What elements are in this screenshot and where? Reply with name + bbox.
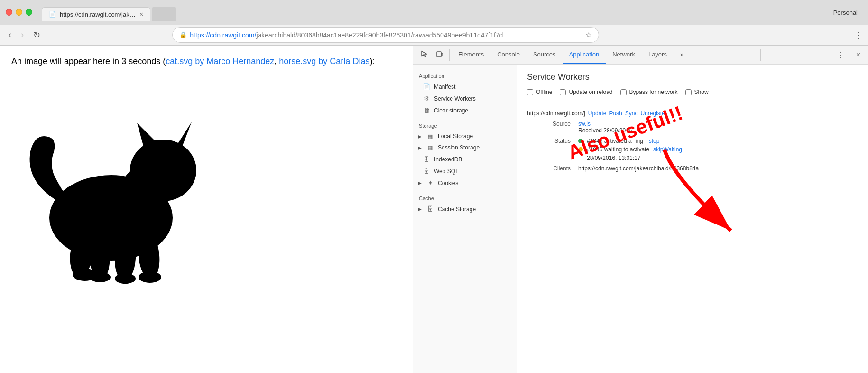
update-on-reload-label: Update on reload [569,89,612,95]
tab-elements[interactable]: Elements [452,46,490,64]
title-bar: 📄 https://cdn.rawgit.com/jakearc × Perso… [0,0,868,25]
show-option[interactable]: Show [685,89,709,95]
sidebar-item-session-storage[interactable]: ▶ ▦ Session Storage [413,142,517,153]
svg-marker-2 [137,123,158,149]
tab-more[interactable]: » [674,46,690,64]
main-content: An image will appear here in 3 seconds (… [0,46,868,373]
status-text-2: #1846 waiting to activate [587,146,649,153]
tab-network[interactable]: Network [606,46,642,64]
menu-icon[interactable]: ⋮ [854,30,862,40]
url-bar[interactable]: 🔒 https://cdn.rawgit.com/jakearchibald/8… [172,27,599,43]
forward-button[interactable]: › [18,28,27,42]
devtools-main: Service Workers Offline Update on reload [517,65,868,373]
clients-value: https://cdn.rawgit.com/jakearchibald/803… [578,165,859,172]
show-checkbox[interactable] [685,89,692,95]
devtools-toolbar: Elements Console Sources Application Net… [413,46,868,65]
bypass-network-option[interactable]: Bypass for network [620,89,678,95]
skip-waiting-link[interactable]: skipWaiting [653,146,682,153]
sw-unregister-link[interactable]: Unregister [640,110,666,117]
sw-status-row-container: Status #1845 activated a ing stop [527,138,859,161]
received-date: Received 28/09/2016, [578,127,634,134]
show-label: Show [694,89,709,95]
close-button[interactable] [6,9,12,16]
local-storage-icon: ▦ [426,133,434,140]
sw-js-link[interactable]: sw.js [578,121,591,127]
minimize-button[interactable] [16,9,22,16]
sidebar-item-sw-label: Service Workers [434,95,476,102]
back-button[interactable]: ‹ [6,28,14,42]
offline-option[interactable]: Offline [527,89,552,95]
sidebar-item-cache-storage[interactable]: ▶ 🗄 Cache Storage [413,203,517,215]
profile-label: Personal [833,9,862,16]
tab-layers[interactable]: Layers [642,46,674,64]
page-content: An image will appear here in 3 seconds (… [0,46,413,373]
devtools-close-button[interactable]: × [852,48,864,62]
indexed-db-icon: 🗄 [423,156,430,163]
svg-point-12 [90,272,111,282]
traffic-lights [6,9,32,16]
tab-bar: 📄 https://cdn.rawgit.com/jakearc × [36,4,830,21]
element-picker-button[interactable] [417,47,432,63]
expand-arrow-cache: ▶ [418,206,422,212]
clear-storage-icon: 🗑 [423,107,430,114]
svg-point-9 [139,271,161,283]
url-path: jakearchibald/80368b84ac1ae8e229fc90b3fe… [256,31,508,39]
sidebar-item-web-sql[interactable]: 🗄 Web SQL [413,165,517,177]
sidebar-item-manifest[interactable]: 📄 Manifest [413,81,517,93]
horse-svg-link[interactable]: horse.svg by Carla Dias [279,56,369,66]
bookmark-icon[interactable]: ☆ [585,30,592,39]
sidebar-item-cookies[interactable]: ▶ ✦ Cookies [413,177,517,189]
status-text-1: #1845 activated a [587,138,632,144]
sidebar-item-service-workers[interactable]: ⚙ Service Workers [413,93,517,104]
browser-tab[interactable]: 📄 https://cdn.rawgit.com/jakearc × [42,7,150,21]
maximize-button[interactable] [26,9,32,16]
offline-checkbox[interactable] [527,89,533,95]
sw-origin-url: https://cdn.rawgit.com/j [527,110,585,117]
session-storage-icon: ▦ [426,145,434,151]
tab-application[interactable]: Application [563,46,606,64]
sidebar-item-local-storage[interactable]: ▶ ▦ Local Storage [413,131,517,142]
sidebar-item-clear-label: Clear storage [434,107,468,114]
bypass-network-label: Bypass for network [629,89,678,95]
lock-icon: 🔒 [179,31,187,38]
sidebar-item-indexed-db[interactable]: 🗄 IndexedDB [413,153,517,165]
toolbar-separator-2 [760,49,761,61]
devtools-body: Application 📄 Manifest ⚙ Service Workers… [413,65,868,373]
status-row-1: #1845 activated a ing stop [578,138,859,144]
url-host: https://cdn.rawgit.com/ [190,31,256,39]
update-on-reload-option[interactable]: Update on reload [560,89,612,95]
sidebar-item-clear-storage[interactable]: 🗑 Clear storage [413,104,517,116]
cat-image [11,75,211,284]
svg-point-4 [120,168,158,220]
devtools-panel: Elements Console Sources Application Net… [413,46,868,373]
status-date: 28/09/2016, 13:01:17 [578,155,859,161]
cat-svg-link[interactable]: cat.svg by Marco Hernandez [166,56,274,66]
address-bar: ‹ › ↻ 🔒 https://cdn.rawgit.com/jakearchi… [0,25,868,46]
service-workers-icon: ⚙ [423,95,430,102]
reload-button[interactable]: ↻ [30,28,43,42]
tab-title: https://cdn.rawgit.com/jakearc [60,11,136,18]
stop-link[interactable]: stop [649,138,660,144]
sidebar-item-session-storage-label: Session Storage [438,144,480,151]
sw-push-link[interactable]: Push [609,110,622,117]
new-tab-spacer [152,7,176,21]
browser-chrome: 📄 https://cdn.rawgit.com/jakearc × Perso… [0,0,868,373]
devtools-more-button[interactable]: ⋮ [833,47,849,62]
tab-close-button[interactable]: × [139,10,143,18]
svg-marker-3 [177,122,192,147]
sw-update-link[interactable]: Update [588,110,607,117]
status-dot-green [578,139,583,143]
section-label-application: Application [413,70,517,81]
expand-arrow-session: ▶ [418,145,422,150]
status-row-2: #1846 waiting to activate skipWaiting [578,146,859,153]
bypass-network-checkbox[interactable] [620,89,627,95]
device-toggle-button[interactable] [432,47,447,63]
tab-console[interactable]: Console [490,46,526,64]
sidebar-item-local-storage-label: Local Storage [438,133,473,140]
sw-clients-row: Clients https://cdn.rawgit.com/jakearchi… [527,165,859,172]
url-text: https://cdn.rawgit.com/jakearchibald/803… [190,31,582,39]
expand-arrow-local: ▶ [418,134,422,139]
update-on-reload-checkbox[interactable] [560,89,566,95]
tab-sources[interactable]: Sources [526,46,563,64]
sw-sync-link[interactable]: Sync [625,110,638,117]
